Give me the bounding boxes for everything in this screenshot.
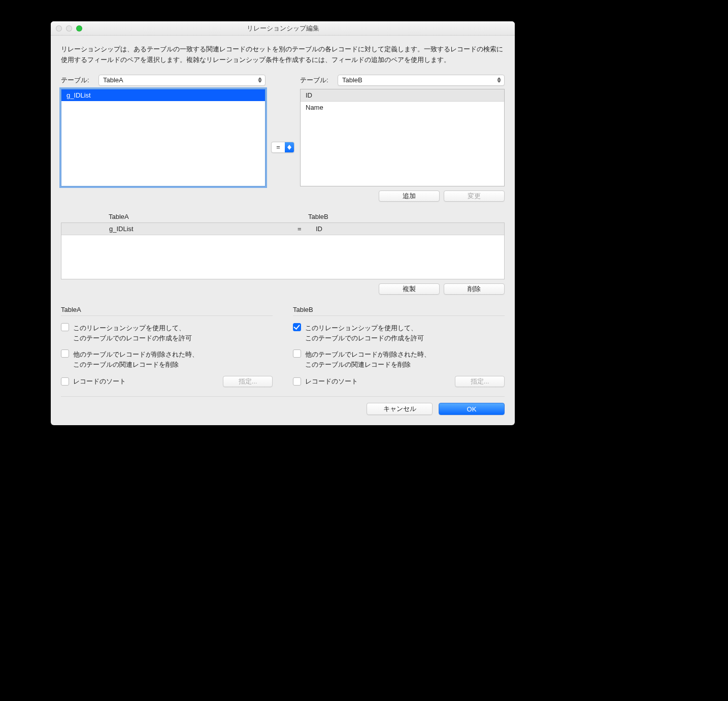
options-right: TableB このリレーションシップを使用して、 このテーブルでのレコードの作成… (293, 306, 505, 391)
separator (293, 315, 505, 316)
allow-create-label-b: このリレーションシップを使用して、 このテーブルでのレコードの作成を許可 (305, 323, 424, 343)
close-button[interactable] (56, 25, 62, 31)
sort-label-b: レコードのソート (305, 376, 358, 387)
pair-operator: = (297, 225, 316, 233)
duplicate-button[interactable]: 複製 (379, 283, 440, 295)
zoom-button[interactable] (76, 25, 82, 31)
change-button[interactable]: 変更 (444, 190, 505, 202)
allow-create-checkbox-b[interactable] (293, 323, 301, 331)
list-item[interactable]: g_IDList (61, 89, 265, 101)
options-right-title: TableB (293, 306, 505, 313)
pair-header-a: TableA (61, 213, 305, 220)
operator-label: = (272, 143, 285, 151)
pair-list[interactable]: g_IDList = ID (61, 222, 505, 279)
table-label-right: テーブル: (300, 76, 334, 85)
delete-related-label-b: 他のテーブルでレコードが削除された時、 このテーブルの関連レコードを削除 (305, 349, 431, 370)
separator (61, 396, 505, 397)
delete-button[interactable]: 削除 (444, 283, 505, 295)
separator (61, 315, 273, 316)
sort-label-a: レコードのソート (73, 376, 126, 387)
list-item[interactable]: Name (301, 102, 504, 113)
right-field-list[interactable]: ID Name (300, 89, 505, 186)
cancel-button[interactable]: キャンセル (367, 403, 433, 415)
pair-field-b: ID (316, 225, 504, 233)
left-table-block: テーブル: TableA g_IDList (61, 75, 266, 186)
options-left-title: TableA (61, 306, 273, 313)
list-item[interactable]: ID (301, 89, 504, 102)
sort-checkbox-a[interactable] (61, 377, 69, 386)
delete-related-checkbox-b[interactable] (293, 349, 301, 358)
dialog-content: リレーションシップは、あるテーブルの一致する関連レコードのセットを別のテーブルの… (51, 36, 515, 425)
table-label-left: テーブル: (61, 76, 94, 85)
titlebar[interactable]: リレーションシップ編集 (51, 21, 515, 36)
sort-checkbox-b[interactable] (293, 377, 301, 386)
right-table-block: テーブル: TableB ID Name 追加 変更 (300, 75, 505, 202)
allow-create-label-a: このリレーションシップを使用して、 このテーブルでのレコードの作成を許可 (73, 323, 192, 343)
window-title: リレーションシップ編集 (51, 24, 515, 33)
dropdown-arrows-icon (258, 77, 262, 84)
sort-spec-button-b[interactable]: 指定... (455, 376, 505, 387)
operator-column: = (266, 142, 300, 153)
ok-button[interactable]: OK (439, 403, 505, 415)
right-table-select[interactable]: TableB (338, 75, 505, 86)
operator-select[interactable]: = (271, 142, 294, 153)
description-text: リレーションシップは、あるテーブルの一致する関連レコードのセットを別のテーブルの… (61, 44, 505, 66)
left-table-name: TableA (103, 76, 123, 84)
options-left: TableA このリレーションシップを使用して、 このテーブルでのレコードの作成… (61, 306, 273, 391)
right-table-name: TableB (342, 76, 362, 84)
sort-spec-button-a[interactable]: 指定... (223, 376, 273, 387)
stepper-icon (285, 142, 294, 152)
pair-header: TableA TableB (61, 213, 505, 220)
traffic-lights (51, 25, 82, 31)
left-table-select[interactable]: TableA (98, 75, 266, 86)
minimize-button[interactable] (66, 25, 72, 31)
delete-related-checkbox-a[interactable] (61, 349, 69, 358)
dropdown-arrows-icon (497, 77, 501, 84)
allow-create-checkbox-a[interactable] (61, 323, 69, 331)
dialog-window: リレーションシップ編集 リレーションシップは、あるテーブルの一致する関連レコード… (51, 21, 515, 425)
pair-field-a: g_IDList (61, 225, 297, 233)
delete-related-label-a: 他のテーブルでレコードが削除された時、 このテーブルの関連レコードを削除 (73, 349, 198, 370)
pair-row[interactable]: g_IDList = ID (61, 223, 504, 235)
pair-header-b: TableB (305, 213, 505, 220)
left-field-list[interactable]: g_IDList (61, 89, 266, 186)
add-button[interactable]: 追加 (379, 190, 440, 202)
